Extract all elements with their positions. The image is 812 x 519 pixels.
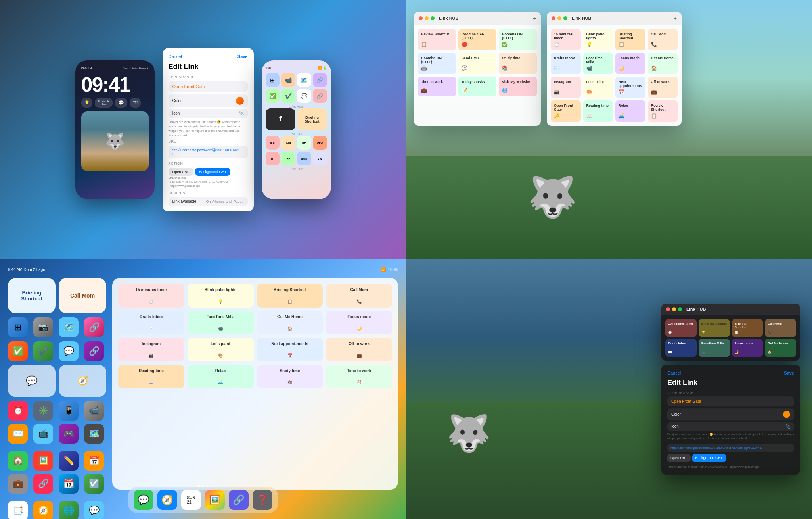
- app-icon-grid[interactable]: ⊞: [8, 317, 28, 337]
- mini-icon-grid[interactable]: ⊞: [266, 73, 280, 87]
- maximize-button-2[interactable]: [563, 16, 567, 20]
- ipad-hub-offtowork[interactable]: Off to work 💼: [326, 338, 392, 361]
- hub-cell-todays-tasks[interactable]: Today's tasks 📝: [458, 77, 496, 96]
- dark-save-button[interactable]: Save: [784, 371, 794, 375]
- maximize-button[interactable]: [431, 16, 435, 20]
- hub-cell-drafts-inbox[interactable]: Drafts Inbox ✉️: [551, 53, 581, 74]
- ipad-compass-widget[interactable]: 🧭: [59, 365, 106, 397]
- dock-messages[interactable]: 💬: [134, 490, 153, 510]
- hub-cell-lets-paint[interactable]: Let's paint 🎨: [583, 77, 613, 98]
- close-button[interactable]: [419, 16, 423, 20]
- app-icon-map[interactable]: 🗺️: [59, 317, 79, 337]
- app-icon-13[interactable]: 💼: [8, 474, 28, 494]
- dark-hub-callmom[interactable]: Call Mom 📞: [765, 319, 796, 337]
- url-field[interactable]: http://username:password@192.168.0.66:17…: [169, 146, 248, 158]
- app-icon-9[interactable]: 🏠: [8, 451, 28, 471]
- dark-name-field[interactable]: Open Front Gate: [667, 396, 794, 406]
- close-button-2[interactable]: [552, 16, 555, 20]
- app-icon-1[interactable]: ⏰: [8, 401, 28, 421]
- icon-picker[interactable]: 📎: [239, 111, 244, 115]
- mini-icon-video[interactable]: 📹: [281, 73, 295, 87]
- linkhub-visitweb[interactable]: VW: [313, 152, 327, 165]
- app-icon-20[interactable]: 💬: [84, 501, 104, 519]
- hub-cell-time-to-work[interactable]: Time to work 💼: [418, 77, 456, 96]
- dark-hub-briefing[interactable]: Briefing Shortcut 📋: [732, 319, 763, 337]
- app-icon-11[interactable]: ✏️: [59, 451, 79, 471]
- app-icon-6[interactable]: 📺: [33, 424, 53, 444]
- hub-cell-relax[interactable]: Relax 🛋️: [615, 100, 645, 122]
- ipad-hub-blink[interactable]: Blink patio lights 💡: [188, 284, 254, 308]
- app-icon-link[interactable]: 🔗: [84, 317, 104, 337]
- dark-color-picker[interactable]: [783, 411, 790, 418]
- app-icon-5[interactable]: ✉️: [8, 424, 28, 444]
- hub-cell-review-shortcut[interactable]: Review Shortcut 📋: [418, 29, 456, 50]
- mini-icon-check2[interactable]: ✔️: [281, 89, 295, 103]
- ipad-hub-focusmode[interactable]: Focus mode 🌙: [326, 311, 392, 334]
- mini-icon-map[interactable]: 🗺️: [297, 73, 311, 87]
- app-icon-check2[interactable]: ✔️: [33, 341, 53, 361]
- ipad-hub-studytime[interactable]: Study time 📚: [257, 365, 323, 388]
- link-name-field[interactable]: Open Front Gate: [169, 81, 248, 92]
- ipad-hub-facetime[interactable]: FaceTime Milla 📹: [188, 311, 254, 334]
- ipad-hub-relax[interactable]: Relax 🛋️: [188, 365, 254, 388]
- cancel-button[interactable]: Cancel: [169, 54, 182, 59]
- app-icon-16[interactable]: ☑️: [84, 474, 104, 494]
- ipad-hub-nextappts[interactable]: Next appoint-ments 📅: [257, 338, 323, 361]
- app-icon-link2[interactable]: 🔗: [84, 341, 104, 361]
- ipad-hub-briefing[interactable]: Briefing Shortcut 📋: [257, 284, 323, 308]
- hub-cell-study-time[interactable]: Study time 📚: [499, 53, 537, 74]
- app-icon-4[interactable]: 📹: [84, 401, 104, 421]
- linkhub-roombaon[interactable]: R+: [281, 152, 295, 165]
- dark-hub-blink[interactable]: Blink patio lights 💡: [699, 319, 730, 337]
- add-link-button[interactable]: +: [533, 15, 536, 21]
- linkhub-widget-briefing[interactable]: Briefing Shortcut: [297, 108, 327, 130]
- dock-calendar[interactable]: SUN21: [181, 490, 201, 510]
- hub-cell-blink-patio[interactable]: Blink patio lights 💡: [583, 29, 613, 50]
- dock-linkhub[interactable]: 🔗: [229, 490, 249, 510]
- dark-maximize-button[interactable]: [678, 307, 682, 311]
- linkhub-getme[interactable]: GH: [297, 136, 311, 150]
- dark-hub-getme[interactable]: Get Me Home 🏠: [765, 339, 796, 357]
- hub-cell-get-me-home[interactable]: Get Me Home 🏠: [648, 53, 678, 74]
- ipad-hub-getme[interactable]: Get Me Home 🏠: [257, 311, 323, 334]
- hub-cell-next-appts[interactable]: Next appointments 📅: [615, 77, 645, 98]
- mini-icon-chat[interactable]: 💬: [297, 89, 311, 103]
- hub-cell-roomba-on2[interactable]: Roomba ON (FTTT) 🤖: [418, 53, 456, 74]
- app-icon-7[interactable]: 🎮: [59, 424, 79, 444]
- mini-icon-check[interactable]: ✅: [266, 89, 280, 103]
- ipad-hub-callmom[interactable]: Call Mom 📞: [326, 284, 392, 308]
- dock-safari[interactable]: 🧭: [157, 490, 177, 510]
- dark-hub-drafts[interactable]: Drafts Inbox ✉️: [665, 339, 697, 357]
- app-icon-12[interactable]: 📅: [84, 451, 104, 471]
- hub-cell-send-sms[interactable]: Send SMS 💬: [458, 53, 496, 74]
- app-icon-18[interactable]: 🧭: [33, 501, 53, 519]
- hub-cell-off-to-work[interactable]: Off to work 💼: [648, 77, 678, 98]
- linkhub-briefing[interactable]: BS: [266, 136, 280, 150]
- ipad-hub-drafts[interactable]: Drafts Inbox ✉️: [118, 311, 184, 334]
- hub-cell-roomba-on[interactable]: Roomba ON (FTTT) ✅: [499, 29, 537, 50]
- hub-cell-open-front-gate[interactable]: Open Front Gate 🔑: [551, 100, 581, 122]
- add-link-button-2[interactable]: +: [674, 15, 677, 21]
- dark-bg-get-button[interactable]: Background GET: [692, 454, 726, 462]
- ipad-hub-instagram[interactable]: Instagram 📸: [118, 338, 184, 361]
- app-icon-8[interactable]: 🗺️: [84, 424, 104, 444]
- ipad-hub-15min[interactable]: 15 minutes timer ⏱️: [118, 284, 184, 308]
- ipad-briefing-widget[interactable]: Briefing Shortcut: [8, 278, 56, 313]
- dark-hub-focus[interactable]: Focus mode 🌙: [732, 339, 763, 357]
- hub-cell-facetime-milla[interactable]: FaceTime Milla 📹: [583, 53, 613, 74]
- dark-url-field[interactable]: http://username:password@192.168.0.66:17…: [667, 444, 794, 452]
- app-icon-10[interactable]: 🖼️: [33, 451, 53, 471]
- dock-more[interactable]: ❓: [253, 490, 272, 510]
- color-picker[interactable]: [236, 97, 244, 105]
- minimize-button-2[interactable]: [557, 16, 561, 20]
- app-icon-19[interactable]: 🌐: [59, 501, 79, 519]
- dark-close-button[interactable]: [666, 307, 670, 311]
- hub-cell-roomba-off[interactable]: Roomba OFF (FTTT) 🔴: [458, 29, 496, 50]
- app-icon-15[interactable]: 📆: [59, 474, 79, 494]
- linkhub-callmom[interactable]: CM: [281, 136, 295, 150]
- ipad-chat-widget[interactable]: 💬: [8, 365, 56, 397]
- hub-cell-visit-website[interactable]: Visit My Website 🌐: [499, 77, 537, 96]
- app-icon-check1[interactable]: ✅: [8, 341, 28, 361]
- hub-cell-reading-time[interactable]: Reading time 📖: [583, 100, 613, 122]
- app-icon-msg[interactable]: 💬: [59, 341, 79, 361]
